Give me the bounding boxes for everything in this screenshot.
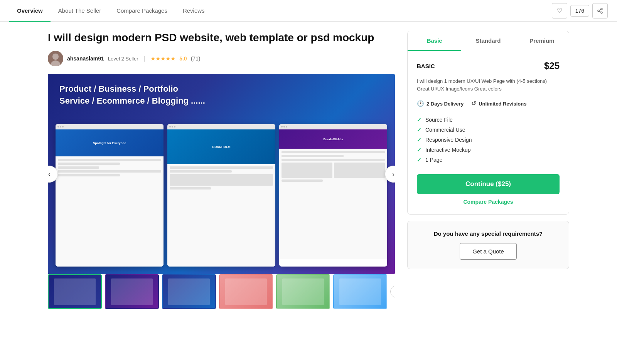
refresh-icon: ↺ <box>471 100 476 107</box>
feature-responsive-design: ✓ Responsive Design <box>417 135 560 145</box>
tab-about-seller[interactable]: About The Seller <box>51 0 109 22</box>
mock-screen-2: BORNHOLM <box>167 124 275 267</box>
seller-info: ahsanaslam91 Level 2 Seller | ★★★★★ 5.0 … <box>48 51 395 66</box>
svg-point-6 <box>52 54 59 60</box>
navigation: Overview About The Seller Compare Packag… <box>0 0 617 22</box>
tab-basic[interactable]: Basic <box>408 31 461 51</box>
mock-screen-3: BandsOffAds <box>279 124 387 267</box>
package-name: BASIC <box>417 63 435 69</box>
continue-button[interactable]: Continue ($25) <box>417 174 560 194</box>
avatar <box>48 51 63 66</box>
right-column: Basic Standard Premium BASIC $25 I will … <box>407 31 569 314</box>
gallery-container: ‹ Product / Business / Portfolio Service… <box>48 74 395 309</box>
thumbnails: › <box>48 274 395 309</box>
delivery-info: 🕐 2 Days Delivery <box>417 100 464 107</box>
package-meta: 🕐 2 Days Delivery ↺ Unlimited Revisions <box>417 100 560 107</box>
get-quote-button[interactable]: Get a Quote <box>460 243 517 260</box>
check-icon: ✓ <box>417 127 421 133</box>
package-card: Basic Standard Premium BASIC $25 I will … <box>407 31 569 215</box>
check-icon: ✓ <box>417 117 421 123</box>
package-header: BASIC $25 <box>417 60 560 71</box>
svg-line-4 <box>599 9 601 10</box>
svg-point-0 <box>601 8 602 10</box>
package-tabs: Basic Standard Premium <box>408 31 569 51</box>
check-icon: ✓ <box>417 157 421 163</box>
feature-interactive-mockup: ✓ Interactive Mockup <box>417 145 560 155</box>
rating-count: (71) <box>191 55 201 62</box>
seller-name[interactable]: ahsanaslam91 <box>67 55 104 62</box>
svg-line-3 <box>599 11 601 12</box>
check-icon: ✓ <box>417 137 421 143</box>
like-count: 176 <box>570 5 589 17</box>
feature-1-page: ✓ 1 Page <box>417 155 560 165</box>
tab-standard[interactable]: Standard <box>461 31 515 51</box>
special-requirements-text: Do you have any special requirements? <box>417 230 560 237</box>
thumbnails-next-button[interactable]: › <box>390 285 395 298</box>
thumbnail-4[interactable] <box>219 274 273 309</box>
package-description: I will design 1 modern UX/UI Web Page wi… <box>417 77 560 92</box>
left-column: I will design modern PSD website, web te… <box>48 31 395 314</box>
mock-screens: Spotlight for Everyone <box>56 124 387 267</box>
listing-title: I will design modern PSD website, web te… <box>48 31 395 45</box>
revisions-info: ↺ Unlimited Revisions <box>471 100 526 107</box>
tab-compare-packages[interactable]: Compare Packages <box>109 0 175 22</box>
feature-source-file: ✓ Source File <box>417 115 560 125</box>
tab-premium[interactable]: Premium <box>515 31 569 51</box>
svg-point-1 <box>598 10 599 12</box>
tab-reviews[interactable]: Reviews <box>175 0 212 22</box>
compare-packages-link[interactable]: Compare Packages <box>417 199 560 205</box>
thumbnail-6[interactable] <box>333 274 387 309</box>
screen2-label: BORNHOLM <box>212 145 230 149</box>
clock-icon: 🕐 <box>417 100 424 107</box>
nav-tabs: Overview About The Seller Compare Packag… <box>9 0 552 22</box>
heart-button[interactable]: ♡ <box>552 3 567 18</box>
special-requirements-card: Do you have any special requirements? Ge… <box>407 221 569 269</box>
package-content: BASIC $25 I will design 1 modern UX/UI W… <box>408 51 569 214</box>
share-button[interactable] <box>592 3 608 18</box>
seller-level: Level 2 Seller <box>108 56 138 62</box>
rating-score: 5.0 <box>179 55 187 62</box>
tab-overview[interactable]: Overview <box>9 0 51 22</box>
svg-point-2 <box>601 12 602 13</box>
mock-screen-1: Spotlight for Everyone <box>56 124 164 267</box>
package-price: $25 <box>544 60 560 71</box>
main-content: I will design modern PSD website, web te… <box>39 22 578 323</box>
check-icon: ✓ <box>417 147 421 153</box>
feature-commercial-use: ✓ Commercial Use <box>417 125 560 135</box>
gallery-headline: Product / Business / Portfolio Service /… <box>59 83 205 107</box>
main-image: ‹ Product / Business / Portfolio Service… <box>48 74 395 274</box>
thumbnail-2[interactable] <box>105 274 159 309</box>
star-rating: ★★★★★ <box>150 55 175 62</box>
feature-list: ✓ Source File ✓ Commercial Use ✓ Respons… <box>417 115 560 165</box>
thumbnail-3[interactable] <box>162 274 216 309</box>
nav-actions: ♡ 176 <box>552 3 608 18</box>
thumbnail-1[interactable] <box>48 274 102 309</box>
thumbnail-5[interactable] <box>276 274 330 309</box>
